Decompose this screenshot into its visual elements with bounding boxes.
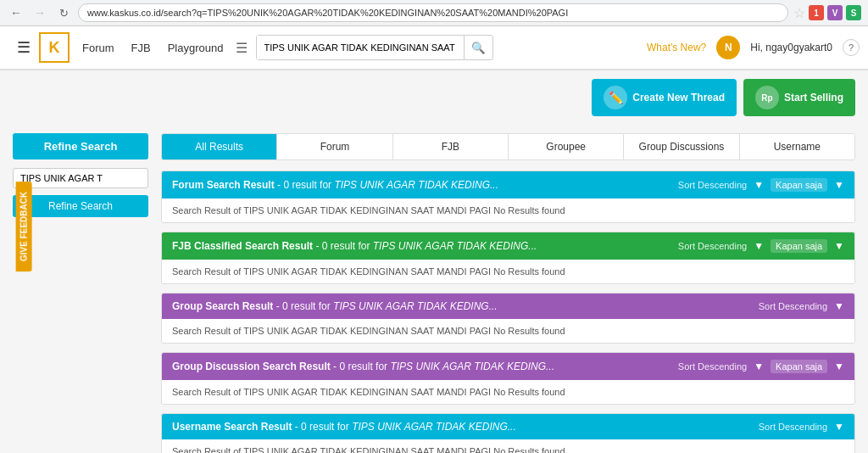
tab-group-discussions[interactable]: Group Discussions — [624, 134, 739, 159]
refine-search-input[interactable] — [13, 168, 148, 188]
group-disc-kapan-dropdown[interactable]: Kapan saja — [771, 360, 827, 373]
kapan-dropdown-icon: ▼ — [834, 179, 844, 191]
search-button[interactable]: 🔍 — [464, 36, 492, 59]
fjb-result-body: Search Result of TIPS UNIK AGAR TIDAK KE… — [162, 260, 854, 283]
result-tabs: All Results Forum FJB Groupee Group Disc… — [161, 133, 855, 160]
nav-right: What's New? N Hi, ngay0gyakart0 ? — [647, 36, 860, 59]
create-thread-button[interactable]: ✏️ Create New Thread — [592, 79, 737, 116]
group-result-header: Group Search Result - 0 result for TIPS … — [162, 294, 854, 319]
group-result-body: Search Result of TIPS UNIK AGAR TIDAK KE… — [162, 319, 854, 343]
refine-search-title: Refine Search — [13, 133, 148, 159]
username-result-controls: Sort Descending ▼ — [759, 421, 844, 433]
group-result-block: Group Search Result - 0 result for TIPS … — [161, 293, 855, 344]
fjb-result-block: FJB Classified Search Result - 0 result … — [161, 232, 855, 284]
nav-fjb[interactable]: FJB — [131, 42, 151, 54]
fjb-result-title: FJB Classified Search Result - 0 result … — [172, 240, 537, 252]
sidebar: Refine Search Refine Search — [13, 133, 148, 453]
whats-new-link[interactable]: What's New? — [647, 42, 706, 53]
site-nav: ☰ K Forum FJB Playground ☰ 🔍 What's New?… — [0, 26, 868, 70]
address-bar[interactable]: www.kaskus.co.id/search?q=TIPS%20UNIK%20… — [78, 3, 788, 22]
sort-dropdown-icon: ▼ — [754, 240, 764, 252]
username-label[interactable]: Hi, ngay0gyakart0 — [750, 42, 832, 53]
forum-result-block: Forum Search Result - 0 result for TIPS … — [161, 171, 855, 223]
browser-chrome: ← → ↻ www.kaskus.co.id/search?q=TIPS%20U… — [0, 0, 868, 26]
extension-2-icon[interactable]: V — [827, 5, 843, 20]
refine-search-button[interactable]: Refine Search — [13, 195, 148, 217]
rp-icon: Rp — [755, 86, 779, 109]
action-area: ✏️ Create New Thread Rp Start Selling — [0, 70, 868, 125]
username-result-header: Username Search Result - 0 result for TI… — [162, 414, 854, 439]
forum-result-title: Forum Search Result - 0 result for TIPS … — [172, 179, 498, 191]
group-disc-result-body: Search Result of TIPS UNIK AGAR TIDAK KE… — [162, 380, 854, 404]
group-disc-result-title: Group Discussion Search Result - 0 resul… — [172, 361, 554, 372]
username-result-body: Search Result of TIPS UNIK AGAR TIDAK KE… — [162, 439, 854, 453]
bookmark-icon[interactable]: ☆ — [793, 5, 805, 21]
forward-button[interactable]: → — [31, 3, 49, 22]
group-result-title: Group Search Result - 0 result for TIPS … — [172, 300, 498, 312]
search-input[interactable] — [257, 36, 464, 59]
url-text: www.kaskus.co.id/search?q=TIPS%20UNIK%20… — [87, 8, 568, 18]
group-disc-sort-icon: ▼ — [754, 361, 764, 372]
username-result-title: Username Search Result - 0 result for TI… — [172, 421, 516, 433]
group-disc-result-controls: Sort Descending ▼ Kapan saja ▼ — [678, 360, 844, 373]
tab-all-results[interactable]: All Results — [162, 134, 277, 159]
forum-result-header: Forum Search Result - 0 result for TIPS … — [162, 171, 854, 199]
kapan-dropdown[interactable]: Kapan saja — [771, 178, 827, 192]
group-disc-result-header: Group Discussion Search Result - 0 resul… — [162, 353, 854, 380]
nav-links: Forum FJB Playground — [82, 42, 223, 54]
fjb-result-header: FJB Classified Search Result - 0 result … — [162, 232, 854, 260]
forum-result-body: Search Result of TIPS UNIK AGAR TIDAK KE… — [162, 199, 854, 222]
tab-forum[interactable]: Forum — [277, 134, 392, 159]
extension-3-icon[interactable]: S — [846, 5, 861, 20]
nav-playground[interactable]: Playground — [168, 42, 224, 54]
back-button[interactable]: ← — [7, 3, 25, 22]
group-disc-kapan-icon: ▼ — [834, 361, 844, 372]
tab-groupee[interactable]: Groupee — [509, 134, 624, 159]
nav-menu-icon[interactable]: ☰ — [236, 40, 248, 56]
fjb-kapan-dropdown-icon: ▼ — [834, 240, 844, 252]
username-sort-icon: ▼ — [834, 421, 844, 433]
fjb-result-controls: Sort Descending ▼ Kapan saja ▼ — [678, 239, 844, 253]
hamburger-icon[interactable]: ☰ — [8, 38, 39, 57]
forum-result-controls: Sort Descending ▼ Kapan saja ▼ — [678, 178, 844, 192]
browser-toolbar: ← → ↻ www.kaskus.co.id/search?q=TIPS%20U… — [0, 0, 868, 25]
extension-1-icon[interactable]: 1 — [809, 5, 824, 20]
sort-dropdown-icon: ▼ — [754, 179, 764, 191]
main-results: All Results Forum FJB Groupee Group Disc… — [161, 133, 855, 453]
username-result-block: Username Search Result - 0 result for TI… — [161, 413, 855, 453]
help-icon[interactable]: ? — [843, 39, 860, 56]
search-bar: 🔍 — [256, 35, 493, 60]
group-result-controls: Sort Descending ▼ — [759, 300, 844, 312]
tab-fjb[interactable]: FJB — [393, 134, 509, 159]
refresh-button[interactable]: ↻ — [54, 3, 73, 22]
feedback-tab[interactable]: GIVE FEEDBACK — [16, 182, 32, 271]
avatar: N — [716, 36, 740, 59]
fjb-kapan-dropdown[interactable]: Kapan saja — [771, 239, 827, 253]
nav-forum[interactable]: Forum — [82, 42, 114, 54]
content-area: Refine Search Refine Search All Results … — [0, 125, 868, 453]
tab-username[interactable]: Username — [740, 134, 854, 159]
group-sort-dropdown-icon: ▼ — [834, 300, 844, 312]
pencil-icon: ✏️ — [604, 86, 627, 109]
browser-icons: ☆ 1 V S — [793, 5, 861, 21]
logo[interactable]: K — [39, 32, 70, 63]
group-disc-result-block: Group Discussion Search Result - 0 resul… — [161, 352, 855, 405]
start-selling-button[interactable]: Rp Start Selling — [743, 79, 855, 116]
